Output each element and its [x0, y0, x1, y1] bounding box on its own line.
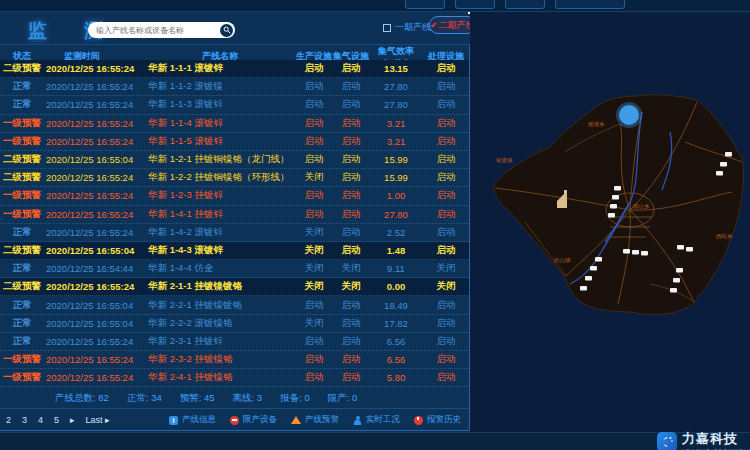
last-page-button[interactable]: Last ▸: [86, 415, 110, 425]
cell-eff: 13.15: [370, 63, 422, 74]
cell-eff: 3.21: [370, 118, 422, 129]
cell-status: 二级预警: [0, 153, 44, 166]
monitor-table-panel: 状态监测时间产线名称生产设施集气设施集气效率(m³/s)处理设施 二级预警202…: [0, 44, 470, 431]
cell-treat: 启动: [422, 171, 470, 184]
map-marker[interactable]: [614, 186, 621, 191]
table-row[interactable]: 正常2020/12/25 16:55:24华新 1-4-2 滚镀锌关闭启动2.5…: [0, 224, 469, 242]
legend-button-person[interactable]: 实时工况: [353, 414, 400, 426]
table-row[interactable]: 正常2020/12/25 16:54:44华新 1-4-4 仿金关闭关闭9.11…: [0, 260, 469, 278]
restrict-icon: [230, 416, 239, 425]
cell-treat: 启动: [422, 226, 470, 239]
table-row[interactable]: 正常2020/12/25 16:55:24华新 1-1-3 滚镀锌启动启动27.…: [0, 96, 469, 114]
map-marker[interactable]: [590, 266, 597, 271]
top-tab[interactable]: [505, 0, 545, 9]
phase1-checkbox[interactable]: 一期产线: [383, 21, 431, 34]
table-row[interactable]: 一级预警2020/12/25 16:55:24华新 2-3-2 挂镀镍铬启动启动…: [0, 351, 469, 369]
table-row[interactable]: 二级预警2020/12/25 16:55:04华新 1-4-3 滚镀锌关闭启动1…: [0, 242, 469, 260]
map-marker[interactable]: [632, 250, 639, 255]
map-marker[interactable]: [623, 249, 630, 254]
table-row[interactable]: 一级预警2020/12/25 16:55:24华新 2-4-1 挂镀镍铬启动启动…: [0, 369, 469, 387]
map-marker[interactable]: [725, 152, 732, 157]
map-panel[interactable]: 慈湖乡银塘镇雨山乡向山镇西站乡: [470, 12, 750, 432]
legend-button-warning-triangle[interactable]: 产线预警: [291, 414, 339, 426]
table-row[interactable]: 二级预警2020/12/25 16:55:24华新 2-1-1 挂镀镍镀铬关闭关…: [0, 278, 469, 296]
map-marker[interactable]: [677, 245, 684, 250]
map-marker[interactable]: [595, 257, 602, 262]
cell-line: 华新 1-2-2 挂镀铜镍铬（环形线）: [146, 171, 296, 184]
page-number[interactable]: 2: [6, 415, 11, 425]
page-number[interactable]: 5: [54, 415, 59, 425]
cell-eff: 3.21: [370, 136, 422, 147]
page-number[interactable]: 4: [38, 415, 43, 425]
cell-gas: 关闭: [332, 262, 370, 275]
table-row[interactable]: 一级预警2020/12/25 16:55:24华新 1-1-5 滚镀锌启动启动3…: [0, 133, 469, 151]
cell-prod: 启动: [296, 208, 332, 221]
summary-item: 离线: 3: [233, 392, 263, 405]
cell-eff: 27.80: [370, 99, 422, 110]
map-marker[interactable]: [686, 247, 693, 252]
legend-button-restrict[interactable]: 限产设备: [230, 414, 277, 426]
cell-prod: 启动: [296, 299, 332, 312]
top-tab[interactable]: [455, 0, 495, 9]
map-marker[interactable]: [585, 276, 592, 281]
cell-gas: 启动: [332, 335, 370, 348]
bottom-strip: [0, 432, 750, 450]
table-row[interactable]: 正常2020/12/25 16:55:24华新 2-3-1 挂镀锌启动启动6.5…: [0, 333, 469, 351]
page-number[interactable]: 3: [22, 415, 27, 425]
cell-prod: 启动: [296, 353, 332, 366]
district-polygon: [493, 95, 744, 315]
header: 监 测 一期产线 ✔ 二期产线: [0, 12, 470, 44]
cell-status: 一级预警: [0, 189, 44, 202]
map-marker[interactable]: [610, 204, 617, 209]
map-marker[interactable]: [612, 195, 619, 200]
search-input[interactable]: [96, 26, 220, 35]
map-marker[interactable]: [716, 171, 723, 176]
cell-time: 2020/12/25 16:55:24: [44, 354, 146, 365]
map-marker-blue[interactable]: [619, 105, 639, 125]
cell-prod: 启动: [296, 335, 332, 348]
cell-prod: 启动: [296, 371, 332, 384]
legend-button-alarm-history[interactable]: 报警历史: [414, 414, 461, 426]
table-row[interactable]: 一级预警2020/12/25 16:55:24华新 1-1-4 滚镀锌启动启动3…: [0, 115, 469, 133]
cell-status: 二级预警: [0, 244, 44, 257]
table-row[interactable]: 一级预警2020/12/25 16:55:24华新 1-2-3 挂镀锌启动启动1…: [0, 187, 469, 205]
cell-eff: 6.56: [370, 336, 422, 347]
cell-status: 一级预警: [0, 135, 44, 148]
cell-time: 2020/12/25 16:55:24: [44, 118, 146, 129]
cell-gas: 启动: [332, 80, 370, 93]
table-row[interactable]: 一级预警2020/12/25 16:55:24华新 1-4-1 挂镀锌启动启动2…: [0, 206, 469, 224]
cell-gas: 启动: [332, 299, 370, 312]
cell-prod: 关闭: [296, 280, 332, 293]
cell-treat: 启动: [422, 353, 470, 366]
cell-status: 一级预警: [0, 371, 44, 384]
cell-line: 华新 2-2-1 挂镀镍镀铬: [146, 299, 296, 312]
map-marker[interactable]: [580, 286, 587, 291]
map-marker[interactable]: [676, 268, 683, 273]
map-marker[interactable]: [670, 288, 677, 293]
cell-status: 正常: [0, 226, 44, 239]
legend-label: 报警历史: [427, 414, 461, 426]
cell-prod: 启动: [296, 135, 332, 148]
table-row[interactable]: 二级预警2020/12/25 16:55:04华新 1-2-1 挂镀铜镍铬（龙门…: [0, 151, 469, 169]
top-tab[interactable]: [405, 0, 445, 9]
legend-label: 限产设备: [243, 414, 277, 426]
cell-treat: 启动: [422, 117, 470, 130]
table-row[interactable]: 二级预警2020/12/25 16:55:24华新 1-2-2 挂镀铜镍铬（环形…: [0, 169, 469, 187]
map-marker[interactable]: [720, 162, 727, 167]
table-row[interactable]: 正常2020/12/25 16:55:04华新 2-2-1 挂镀镍镀铬启动启动1…: [0, 296, 469, 314]
table-row[interactable]: 二级预警2020/12/25 16:55:24华新 1-1-1 滚镀锌启动启动1…: [0, 60, 469, 78]
top-tab[interactable]: [555, 0, 625, 9]
cell-eff: 6.56: [370, 354, 422, 365]
logo-name-cn: 力嘉科技: [682, 430, 750, 448]
cell-treat: 启动: [422, 335, 470, 348]
cell-status: 正常: [0, 80, 44, 93]
legend-button-info[interactable]: i产线信息: [169, 414, 216, 426]
next-page-button[interactable]: ▸: [70, 415, 75, 425]
table-row[interactable]: 正常2020/12/25 16:55:24华新 1-1-2 滚镀镍启动启动27.…: [0, 78, 469, 96]
map-marker[interactable]: [641, 251, 648, 256]
cell-treat: 启动: [422, 371, 470, 384]
map-marker[interactable]: [608, 213, 615, 218]
search-button[interactable]: [220, 24, 233, 37]
table-row[interactable]: 正常2020/12/25 16:55:04华新 2-2-2 滚镀镍铬关闭启动17…: [0, 315, 469, 333]
map-marker[interactable]: [673, 278, 680, 283]
